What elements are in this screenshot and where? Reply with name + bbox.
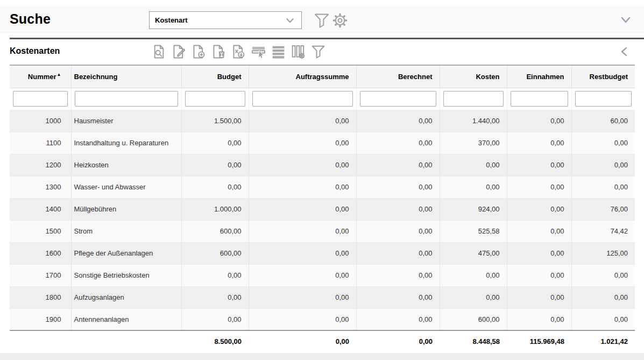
filter-input-budget[interactable] (185, 91, 245, 107)
filter-input-restbudget[interactable] (575, 91, 632, 107)
bottom-scroll-area[interactable] (0, 353, 644, 360)
collapse-search-chevron-down-icon[interactable] (619, 15, 632, 26)
cell-budget: 0,00 (181, 132, 249, 154)
cell-restbudget: 125,00 (571, 242, 635, 264)
edit-record-icon[interactable] (171, 44, 187, 60)
table-row[interactable]: 1200Heizkosten0,000,000,000,000,000,00 (10, 154, 635, 176)
table-body: 1000Hausmeister1.500,000,000,001.440,000… (10, 110, 635, 330)
table-row[interactable]: 1500Strom600,000,000,00525,580,0074,42 (10, 220, 635, 242)
add-record-icon[interactable] (191, 44, 207, 60)
cell-auftragssumme: 0,00 (249, 132, 356, 154)
total-budget: 8.500,00 (181, 330, 249, 351)
cell-auftragssumme: 0,00 (249, 286, 356, 308)
cell-einnahmen: 0,00 (507, 132, 571, 154)
column-label: Bezeichnung (74, 73, 118, 81)
column-header-budget[interactable]: Budget (181, 65, 249, 88)
cell-bezeichnung: Müllgebühren (71, 198, 181, 220)
view-record-icon[interactable] (151, 44, 167, 60)
cell-bezeichnung: Sonstige Betriebskosten (71, 264, 181, 286)
cell-berechnet: 0,00 (356, 286, 440, 308)
cell-einnahmen: 0,00 (507, 110, 571, 132)
cell-kosten: 0,00 (440, 286, 507, 308)
cell-restbudget: 76,00 (571, 198, 635, 220)
filter-icon[interactable] (313, 12, 330, 29)
cell-auftragssumme: 0,00 (249, 264, 356, 286)
cell-restbudget: 0,00 (571, 286, 635, 308)
total-berechnet: 0,00 (356, 330, 440, 351)
cell-einnahmen: 0,00 (507, 264, 571, 286)
delete-record-icon[interactable] (211, 44, 227, 60)
search-category-value: Kostenart (155, 16, 188, 24)
table-row[interactable]: 1400Müllgebühren1.000,000,000,00924,000,… (10, 198, 635, 220)
cell-nummer: 1000 (10, 110, 71, 132)
results-toolbar: Kostenarten (0, 39, 644, 65)
column-header-kosten[interactable]: Kosten (440, 65, 507, 88)
cell-nummer: 1700 (10, 264, 71, 286)
table-row[interactable]: 1100Instandhaltung u. Reparaturen0,000,0… (10, 132, 635, 154)
cell-kosten: 1.440,00 (440, 110, 507, 132)
cell-berechnet: 0,00 (356, 154, 440, 176)
cell-einnahmen: 0,00 (507, 198, 571, 220)
filter-input-kosten[interactable] (443, 91, 504, 107)
totals-row: 8.500,000,000,008.448,58115.969,481.021,… (10, 330, 635, 351)
table-row[interactable]: 1000Hausmeister1.500,000,000,001.440,000… (10, 110, 635, 132)
kostenarten-table: Nummer▲BezeichnungBudgetAuftragssummeBer… (10, 65, 635, 351)
table-row[interactable]: 1300Wasser- und Abwasser0,000,000,000,00… (10, 176, 635, 198)
header-row: Nummer▲BezeichnungBudgetAuftragssummeBer… (10, 65, 635, 88)
cell-budget: 0,00 (181, 308, 249, 330)
cell-budget: 0,00 (181, 154, 249, 176)
filter-input-einnahmen[interactable] (511, 91, 568, 107)
select-rows-icon[interactable] (251, 44, 266, 60)
cell-auftragssumme: 0,00 (249, 198, 356, 220)
table-row[interactable]: 1900Antennenanlagen0,000,000,00600,000,0… (10, 308, 635, 330)
filter-cell-kosten (440, 88, 507, 110)
search-category-select[interactable]: Kostenart (149, 11, 302, 29)
filter-input-bezeichnung[interactable] (75, 91, 178, 107)
cell-berechnet: 0,00 (356, 110, 440, 132)
column-label: Budget (217, 73, 242, 81)
cell-restbudget: 0,00 (571, 308, 635, 330)
cell-bezeichnung: Hausmeister (71, 110, 181, 132)
row-layout-icon[interactable] (271, 44, 286, 60)
export-excel-icon[interactable] (231, 44, 246, 60)
column-header-einnahmen[interactable]: Einnahmen (507, 65, 571, 88)
cell-auftragssumme: 0,00 (249, 242, 356, 264)
column-label: Nummer (28, 73, 56, 81)
filter-cell-bezeichnung (71, 88, 181, 110)
table-row[interactable]: 1600Pflege der Außenanlagen600,000,000,0… (10, 242, 635, 264)
cell-einnahmen: 0,00 (507, 286, 571, 308)
column-header-nummer[interactable]: Nummer▲ (10, 65, 71, 88)
cell-kosten: 525,58 (440, 220, 507, 242)
cell-nummer: 1300 (10, 176, 71, 198)
cell-kosten: 370,00 (440, 132, 507, 154)
gear-icon[interactable] (331, 12, 349, 29)
cell-berechnet: 0,00 (356, 242, 440, 264)
filter-input-berechnet[interactable] (360, 91, 436, 107)
cell-bezeichnung: Aufzugsanlagen (71, 286, 181, 308)
filter-icon[interactable] (310, 44, 326, 60)
cell-berechnet: 0,00 (356, 220, 440, 242)
cell-kosten: 0,00 (440, 176, 507, 198)
column-header-bezeichnung[interactable]: Bezeichnung (71, 65, 181, 88)
column-header-berechnet[interactable]: Berechnet (356, 65, 440, 88)
cell-budget: 0,00 (181, 264, 249, 286)
cell-einnahmen: 0,00 (507, 176, 571, 198)
filter-cell-auftragssumme (249, 88, 356, 110)
table-row[interactable]: 1700Sonstige Betriebskosten0,000,000,000… (10, 264, 635, 286)
column-header-auftragssumme[interactable]: Auftragssumme (249, 65, 356, 88)
cell-nummer: 1500 (10, 220, 71, 242)
total-nummer (10, 330, 71, 351)
column-label: Einnahmen (526, 73, 564, 81)
cell-bezeichnung: Heizkosten (71, 154, 181, 176)
cell-berechnet: 0,00 (356, 264, 440, 286)
filter-input-auftragssumme[interactable] (252, 91, 353, 107)
column-header-restbudget[interactable]: Restbudget (571, 65, 635, 88)
collapse-panel-chevron-left-icon[interactable] (619, 46, 629, 57)
filter-input-nummer[interactable] (13, 91, 68, 107)
cell-restbudget: 0,00 (571, 176, 635, 198)
table-row[interactable]: 1800Aufzugsanlagen0,000,000,000,000,000,… (10, 286, 635, 308)
filter-cell-berechnet (356, 88, 440, 110)
column-settings-icon[interactable] (291, 44, 306, 60)
cell-budget: 600,00 (181, 220, 249, 242)
total-einnahmen: 115.969,48 (507, 330, 571, 351)
